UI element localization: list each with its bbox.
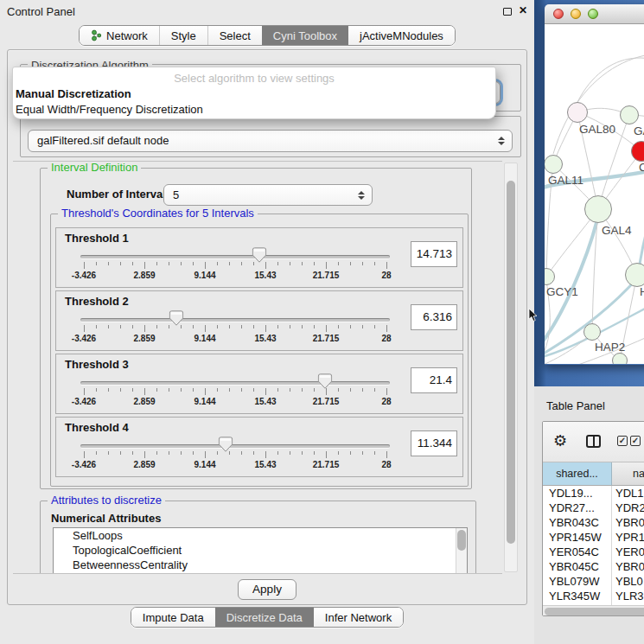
- tab-jactivemnodules[interactable]: jActiveMNodules: [348, 26, 455, 45]
- tick-mark: [290, 388, 290, 392]
- row-cell: YBR0: [612, 515, 644, 530]
- tab-label: jActiveMNodules: [360, 29, 443, 42]
- network-node-gal4[interactable]: [584, 195, 612, 223]
- bottom-tab-discretize-data[interactable]: Discretize Data: [215, 608, 314, 627]
- table-row[interactable]: YBR045CYBR0: [543, 559, 644, 574]
- close-window-icon[interactable]: [553, 9, 564, 19]
- tick-label: 2.859: [133, 397, 155, 406]
- tab-cyni-toolbox[interactable]: Cyni Toolbox: [262, 26, 348, 45]
- column-header-na[interactable]: na: [612, 462, 644, 486]
- tick-mark: [338, 325, 339, 328]
- node-label: GA: [634, 124, 644, 137]
- network-node-gal11[interactable]: [545, 155, 563, 174]
- close-panel-icon[interactable]: ✕: [519, 4, 527, 16]
- tick-mark: [253, 325, 254, 328]
- table-row[interactable]: YDR27...YDR2: [543, 501, 644, 515]
- table-row[interactable]: YPR145WYPR1: [543, 530, 644, 545]
- tab-style[interactable]: Style: [159, 26, 207, 45]
- threshold-slider[interactable]: -3.4262.8599.14415.4321.71528: [80, 354, 390, 415]
- tick-mark: [181, 325, 182, 328]
- row-cell: YDR2: [612, 501, 644, 515]
- tick-mark: [362, 451, 363, 455]
- tick-mark: [362, 388, 363, 392]
- table-data-selected: galFiltered.sif default node: [37, 134, 169, 147]
- attribute-item-betweennesscentrality[interactable]: BetweennessCentrality: [54, 558, 467, 572]
- row-cell: YPR145W: [543, 530, 612, 545]
- table-row[interactable]: YLR345WYLR3: [543, 589, 644, 603]
- threshold-value-field[interactable]: 14.713: [411, 241, 457, 267]
- threshold-slider[interactable]: -3.4262.8599.14415.4321.71528: [80, 418, 390, 478]
- network-node-hap2[interactable]: [583, 323, 601, 341]
- tick-mark: [374, 325, 375, 328]
- gear-icon[interactable]: ⚙: [553, 431, 567, 450]
- bottom-tab-infer-network[interactable]: Infer Network: [314, 608, 403, 627]
- tick-mark: [181, 262, 182, 265]
- slider-track: [80, 444, 390, 448]
- table-data-combo[interactable]: galFiltered.sif default node: [28, 130, 513, 152]
- row-cell: YDL1: [612, 486, 644, 501]
- tick-mark: [84, 451, 85, 458]
- top-tab-bar: NetworkStyleSelectCyni ToolboxjActiveMNo…: [0, 25, 534, 46]
- node-label: GAL11: [548, 174, 583, 187]
- columns-icon[interactable]: [586, 435, 601, 448]
- attribute-item-topologicalcoefficient[interactable]: TopologicalCoefficient: [54, 543, 467, 558]
- tick-mark: [108, 262, 109, 265]
- numerical-attributes-list[interactable]: SelfLoopsTopologicalCoefficientBetweenne…: [53, 527, 468, 574]
- threshold-value-field[interactable]: 11.344: [411, 430, 457, 456]
- network-node-h[interactable]: [625, 263, 644, 287]
- algorithm-option-equal-width-frequency-discretization[interactable]: Equal Width/Frequency Discretization: [13, 102, 495, 117]
- threshold-slider[interactable]: -3.4262.8599.14415.4321.71528: [80, 291, 390, 352]
- zoom-window-icon[interactable]: [588, 9, 598, 19]
- table-row[interactable]: YBR043CYBR0: [543, 515, 644, 530]
- table-header: shared...na: [543, 462, 644, 486]
- node-label: H: [640, 285, 644, 298]
- threshold-slider[interactable]: -3.4262.8599.14415.4321.71528: [80, 228, 390, 289]
- list-scrollbar[interactable]: [456, 528, 467, 574]
- tick-label: 9.144: [194, 460, 215, 469]
- combo-arrows-icon: [498, 137, 505, 145]
- apply-button[interactable]: Apply: [238, 579, 296, 600]
- row-cell: YLR345W: [543, 589, 612, 603]
- minimize-window-icon[interactable]: [571, 9, 581, 19]
- threshold-panel: Threshold 2-3.4262.8599.14415.4321.71528…: [55, 290, 463, 351]
- tick-label: 21.715: [313, 460, 340, 469]
- network-node[interactable]: [612, 353, 628, 364]
- num-intervals-combo[interactable]: 5: [163, 184, 373, 206]
- table-row[interactable]: YER054CYER0: [543, 545, 644, 559]
- network-canvas[interactable]: GAL80GACGAL11GAL4GCY1HHAP2: [545, 24, 644, 364]
- bottom-tab-impute-data[interactable]: Impute Data: [131, 608, 215, 627]
- panel-title: Control Panel: [7, 5, 75, 18]
- network-node-gal80[interactable]: [567, 102, 588, 123]
- tick-label: 28: [381, 334, 391, 343]
- tick-mark: [386, 451, 387, 458]
- table-row[interactable]: YBL079WYBL0: [543, 574, 644, 589]
- tab-select[interactable]: Select: [207, 26, 262, 45]
- tick-mark: [205, 262, 206, 269]
- slider-tick-labels: -3.4262.8599.14415.4321.71528: [84, 460, 386, 470]
- attribute-item-selfloops[interactable]: SelfLoops: [54, 528, 467, 543]
- network-window-titlebar[interactable]: [545, 4, 644, 24]
- settings-scrollbar[interactable]: [504, 163, 518, 572]
- algorithm-option-manual-discretization[interactable]: Manual Discretization: [13, 86, 495, 101]
- threshold-value-field[interactable]: 21.4: [411, 367, 457, 393]
- tick-mark: [302, 388, 303, 392]
- threshold-value-field[interactable]: 6.316: [411, 304, 457, 330]
- checkbox-icon[interactable]: ✓: [630, 436, 641, 446]
- tick-mark: [374, 262, 375, 265]
- table-hscrollbar[interactable]: [543, 605, 644, 616]
- column-header-shared[interactable]: shared...: [543, 462, 612, 486]
- checkbox-icon[interactable]: ✓: [617, 436, 628, 446]
- float-panel-icon[interactable]: [503, 8, 512, 16]
- tick-mark: [217, 388, 218, 392]
- tick-mark: [96, 262, 97, 265]
- network-node-ga[interactable]: [620, 105, 639, 124]
- tick-label: -3.426: [72, 460, 96, 469]
- tab-network[interactable]: Network: [80, 26, 159, 45]
- node-label: GAL4: [602, 224, 632, 237]
- tick-label: 28: [381, 460, 391, 469]
- num-intervals-label: Number of Intervals: [67, 188, 172, 201]
- tick-mark: [217, 262, 218, 265]
- tick-mark: [350, 262, 351, 265]
- table-row[interactable]: YDL19...YDL1: [543, 486, 644, 501]
- tick-mark: [132, 262, 133, 265]
